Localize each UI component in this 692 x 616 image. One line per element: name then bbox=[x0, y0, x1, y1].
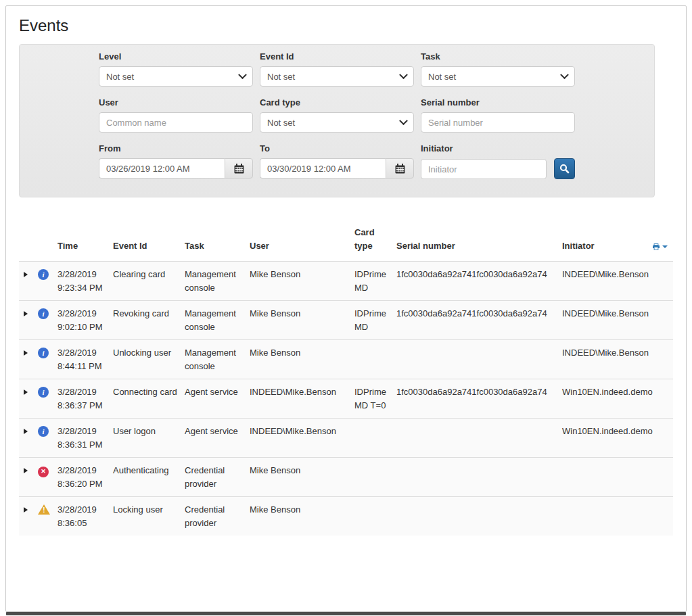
chevron-down-icon bbox=[238, 70, 247, 79]
task-cell: Agent service bbox=[185, 379, 250, 419]
info-icon: i bbox=[38, 308, 49, 319]
search-button[interactable] bbox=[554, 158, 575, 179]
warning-icon: ! bbox=[38, 504, 50, 515]
event-id-cell: User logon bbox=[113, 419, 185, 458]
expand-caret-icon[interactable] bbox=[24, 507, 28, 513]
time-cell: 3/28/2019 8:36:31 PM bbox=[57, 419, 113, 458]
chevron-down-icon bbox=[560, 70, 569, 79]
serial-number-cell: 1fc0030da6a92a741fc0030da6a92a74 bbox=[396, 301, 562, 340]
serial-number-cell: 1fc0030da6a92a741fc0030da6a92a74 bbox=[396, 379, 562, 419]
card-type-cell: IDPrime MD bbox=[354, 301, 396, 340]
to-calendar-button[interactable] bbox=[386, 158, 414, 179]
task-cell: Agent service bbox=[185, 419, 250, 458]
task-cell: Management console bbox=[185, 262, 250, 301]
initiator-cell: INDEED\Mike.Benson bbox=[562, 262, 653, 301]
serial-number-label: Serial number bbox=[421, 96, 575, 110]
time-cell: 3/28/2019 8:36:20 PM bbox=[57, 458, 113, 497]
expand-column-header bbox=[19, 220, 38, 262]
level-select[interactable]: Not set bbox=[99, 66, 253, 87]
table-row: i ✕ ! 3/28/2019 8:36:20 PM Authenticatin… bbox=[19, 458, 673, 497]
print-menu-button[interactable] bbox=[653, 241, 668, 252]
card-type-cell bbox=[354, 458, 396, 497]
expand-caret-icon[interactable] bbox=[24, 389, 28, 395]
serial-number-column-header: Serial number bbox=[396, 220, 562, 262]
card-type-select[interactable]: Not set bbox=[260, 112, 414, 133]
event-id-cell: Clearing card bbox=[113, 262, 185, 301]
expand-caret-icon[interactable] bbox=[24, 468, 28, 473]
table-header-row: Time Event Id Task User Card type Serial… bbox=[19, 220, 673, 262]
to-date-input[interactable] bbox=[260, 158, 386, 179]
card-type-cell: IDPrime MD bbox=[354, 262, 396, 301]
time-cell: 3/28/2019 8:44:11 PM bbox=[57, 340, 113, 379]
initiator-cell bbox=[562, 458, 653, 497]
info-icon: i bbox=[38, 269, 49, 280]
event-id-cell: Unlocking user bbox=[113, 340, 185, 379]
table-row: i ✕ ! 3/28/2019 8:44:11 PM Unlocking use… bbox=[19, 340, 673, 379]
calendar-icon bbox=[234, 164, 244, 174]
card-type-cell bbox=[354, 340, 396, 379]
user-cell: Mike Benson bbox=[250, 301, 354, 340]
task-label: Task bbox=[421, 50, 575, 64]
info-icon: i bbox=[38, 387, 49, 398]
task-select-value: Not set bbox=[428, 72, 456, 82]
event-id-cell: Connecting card bbox=[113, 379, 185, 419]
event-id-cell: Locking user bbox=[113, 497, 185, 536]
event-id-select[interactable]: Not set bbox=[260, 66, 414, 87]
events-table-body: i ✕ ! 3/28/2019 9:23:34 PM Clearing card… bbox=[19, 262, 673, 536]
print-icon bbox=[653, 241, 660, 252]
caret-down-icon bbox=[662, 245, 668, 248]
card-type-column-header: Card type bbox=[354, 220, 396, 262]
user-cell: Mike Benson bbox=[250, 262, 354, 301]
user-cell: Mike Benson bbox=[250, 497, 354, 536]
task-column-header: Task bbox=[185, 220, 250, 262]
task-cell: Credential provider bbox=[185, 458, 250, 497]
event-id-column-header: Event Id bbox=[113, 220, 185, 262]
card-type-cell: IDPrime MD T=0 bbox=[354, 379, 396, 419]
initiator-label: Initiator bbox=[421, 142, 575, 156]
time-column-header: Time bbox=[57, 220, 113, 262]
expand-caret-icon[interactable] bbox=[24, 272, 28, 277]
serial-number-cell bbox=[396, 497, 562, 536]
from-label: From bbox=[99, 142, 253, 156]
task-cell: Management console bbox=[185, 301, 250, 340]
from-date-input[interactable] bbox=[99, 158, 225, 179]
card-type-cell bbox=[354, 497, 396, 536]
serial-number-cell bbox=[396, 340, 562, 379]
initiator-cell bbox=[562, 497, 653, 536]
user-input[interactable] bbox=[99, 112, 253, 133]
task-cell: Credential provider bbox=[185, 497, 250, 536]
table-row: i ✕ ! 3/28/2019 8:36:37 PM Connecting ca… bbox=[19, 379, 673, 419]
info-icon: i bbox=[38, 348, 49, 358]
from-calendar-button[interactable] bbox=[225, 158, 253, 179]
time-cell: 3/28/2019 8:36:37 PM bbox=[57, 379, 113, 419]
serial-number-cell: 1fc0030da6a92a741fc0030da6a92a74 bbox=[396, 262, 562, 301]
initiator-cell: INDEED\Mike.Benson bbox=[562, 340, 653, 379]
table-row: i ✕ ! 3/28/2019 8:36:31 PM User logon Ag… bbox=[19, 419, 673, 458]
expand-caret-icon[interactable] bbox=[24, 429, 28, 434]
initiator-input[interactable] bbox=[421, 159, 547, 179]
info-icon: i bbox=[38, 426, 49, 437]
to-label: To bbox=[260, 142, 414, 156]
initiator-column-header: Initiator bbox=[562, 220, 653, 262]
level-select-value: Not set bbox=[106, 72, 134, 82]
serial-number-input[interactable] bbox=[421, 112, 575, 133]
expand-caret-icon[interactable] bbox=[24, 311, 28, 316]
user-column-header: User bbox=[250, 220, 354, 262]
event-id-label: Event Id bbox=[260, 50, 414, 64]
user-cell: INDEED\Mike.Benson bbox=[250, 379, 354, 419]
events-page: Events Level Not set Event Id Not set bbox=[5, 5, 687, 612]
time-cell: 3/28/2019 9:02:10 PM bbox=[57, 301, 113, 340]
card-type-label: Card type bbox=[260, 96, 414, 110]
task-cell: Management console bbox=[185, 340, 250, 379]
card-type-select-value: Not set bbox=[267, 118, 295, 128]
user-cell: Mike Benson bbox=[250, 340, 354, 379]
chevron-down-icon bbox=[399, 70, 408, 79]
level-label: Level bbox=[99, 50, 253, 64]
chevron-down-icon bbox=[399, 116, 408, 125]
error-icon: ✕ bbox=[38, 467, 49, 477]
expand-caret-icon[interactable] bbox=[24, 350, 28, 356]
initiator-cell: Win10EN.indeed.demo bbox=[562, 379, 653, 419]
user-cell: Mike Benson bbox=[250, 458, 354, 497]
user-cell: INDEED\Mike.Benson bbox=[250, 419, 354, 458]
task-select[interactable]: Not set bbox=[421, 66, 575, 87]
